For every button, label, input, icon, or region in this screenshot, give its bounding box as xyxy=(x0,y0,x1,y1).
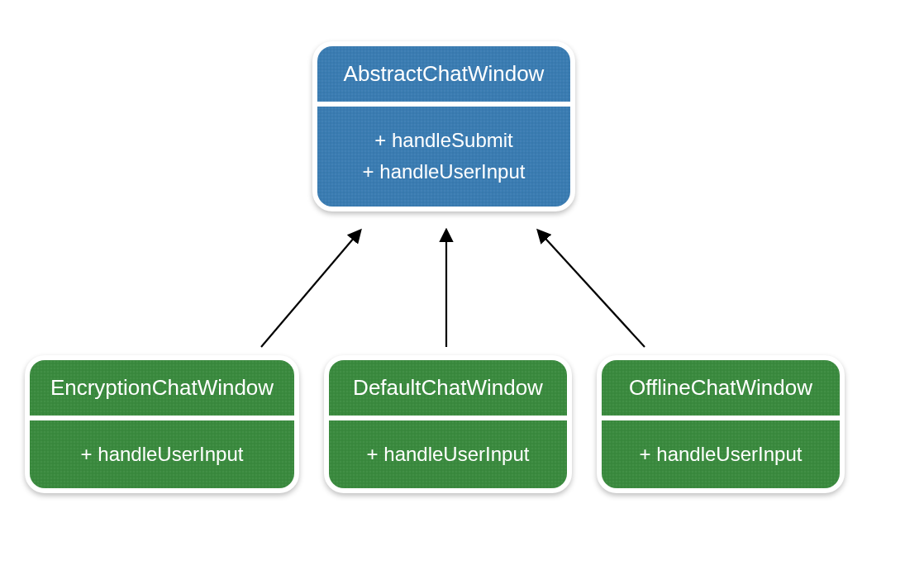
class-method: + handleSubmit xyxy=(374,125,512,156)
class-title: AbstractChatWindow xyxy=(317,46,570,102)
arrow-line xyxy=(539,231,645,347)
class-methods: + handleUserInput xyxy=(30,420,294,488)
class-offline-chat-window: OfflineChatWindow + handleUserInput xyxy=(597,355,845,493)
class-method: + handleUserInput xyxy=(367,439,530,470)
arrow-line xyxy=(261,231,360,347)
class-method: + handleUserInput xyxy=(640,439,803,470)
class-methods: + handleUserInput xyxy=(602,420,840,488)
class-abstract-chat-window: AbstractChatWindow + handleSubmit + hand… xyxy=(312,41,575,211)
class-methods: + handleSubmit + handleUserInput xyxy=(317,107,570,207)
class-method: + handleUserInput xyxy=(81,439,244,470)
class-methods: + handleUserInput xyxy=(329,420,567,488)
class-title: OfflineChatWindow xyxy=(602,360,840,416)
class-title: EncryptionChatWindow xyxy=(30,360,294,416)
class-encryption-chat-window: EncryptionChatWindow + handleUserInput xyxy=(25,355,299,493)
class-default-chat-window: DefaultChatWindow + handleUserInput xyxy=(324,355,572,493)
class-title: DefaultChatWindow xyxy=(329,360,567,416)
class-method: + handleUserInput xyxy=(363,156,526,188)
